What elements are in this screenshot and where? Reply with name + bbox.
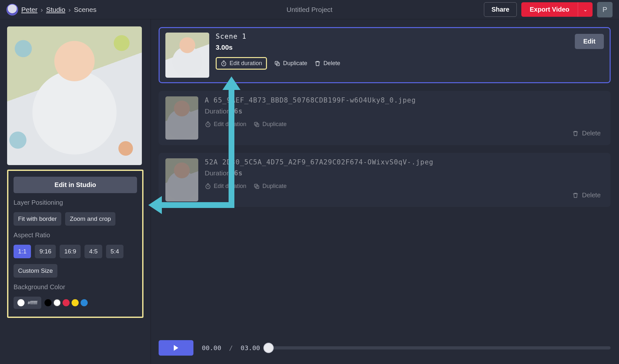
scene-duration: 3.00s [216,44,604,51]
time-total: 03.00 [241,344,260,352]
fit-with-border-button[interactable]: Fit with border [14,212,61,226]
playback-bar: 00.00 / 03.00 [151,340,619,364]
color-hex-value: #ffffff [28,300,37,305]
duplicate-icon [253,183,260,190]
annotation-arrow-vertical [229,89,234,208]
color-input[interactable]: #ffffff [14,297,41,309]
scene-title: Scene 1 [216,33,604,40]
aspect-ratio-options: 1:1 9:16 16:9 4:5 5:4 [14,245,137,258]
top-bar: Peter › Studio › Scenes Untitled Project… [0,0,619,19]
aspect-5-4-button[interactable]: 5:4 [106,245,123,258]
export-video-button[interactable]: Export Video [521,2,578,17]
layer-positioning-options: Fit with border Zoom and crop [14,212,137,226]
aspect-9-16-button[interactable]: 9:16 [35,245,56,258]
swatch-yellow[interactable] [72,299,79,306]
delete-button[interactable]: Delete [572,192,601,199]
share-button[interactable]: Share [484,2,517,17]
edit-scene-button[interactable]: Edit [575,34,604,49]
delete-label: Delete [582,192,601,199]
edit-duration-button[interactable]: Edit duration [205,183,246,190]
duplicate-icon [274,60,280,67]
trash-icon [572,192,579,199]
play-icon [174,345,178,351]
scene-thumbnail[interactable] [165,96,198,140]
breadcrumb-current: Scenes [74,6,96,13]
timeline-track[interactable] [269,346,611,349]
scene-actions: Edit duration Duplicate [205,121,604,128]
timeline-handle[interactable] [263,343,274,353]
duplicate-label: Duplicate [262,121,287,128]
duplicate-button[interactable]: Duplicate [253,183,287,190]
time-separator: / [229,344,233,352]
scene-preview[interactable] [7,26,142,165]
edit-duration-label: Edit duration [230,60,262,67]
scene-duration: Duration: 6s [205,169,604,177]
scene-title: 52A 2D30_5C5A_4D75_A2F9_67A29C02F674-OWi… [205,158,604,166]
timer-icon [205,183,211,190]
top-bar-right: Share Export Video ⌄ P [484,2,613,17]
current-color-swatch [17,299,25,306]
color-swatches [44,299,88,306]
aspect-1-1-button[interactable]: 1:1 [14,245,31,258]
swatch-white[interactable] [54,299,61,306]
app-logo[interactable] [6,4,18,15]
scene-card-1[interactable]: Scene 1 3.00s Edit duration Duplicate De… [159,27,611,83]
preview-background [7,26,142,165]
project-title[interactable]: Untitled Project [287,6,332,14]
layer-positioning-label: Layer Positioning [14,199,137,206]
delete-button[interactable]: Delete [314,60,340,67]
scenes-panel: Scene 1 3.00s Edit duration Duplicate De… [151,19,619,364]
scene-thumbnail[interactable] [165,33,209,78]
scene-thumbnail[interactable] [165,158,198,202]
chevron-right-icon: › [68,6,71,13]
aspect-16-9-button[interactable]: 16:9 [60,245,81,258]
edit-controls-highlight-box: Edit in Studio Layer Positioning Fit wit… [7,170,143,318]
zoom-and-crop-button[interactable]: Zoom and crop [65,212,115,226]
swatch-red[interactable] [63,299,70,306]
duplicate-label: Duplicate [283,60,307,67]
play-button[interactable] [159,340,193,356]
delete-button[interactable]: Delete [572,130,601,137]
chevron-right-icon: › [41,6,43,13]
duplicate-button[interactable]: Duplicate [253,121,287,128]
breadcrumb-user[interactable]: Peter [21,6,37,13]
duplicate-icon [253,121,260,128]
left-panel: Edit in Studio Layer Positioning Fit wit… [0,19,151,364]
timer-icon [221,60,227,67]
aspect-ratio-label: Aspect Ratio [14,231,137,239]
breadcrumb: Peter › Studio › Scenes [21,6,96,14]
scene-card-3[interactable]: 52A 2D30_5C5A_4D75_A2F9_67A29C02F674-OWi… [159,153,611,207]
background-color-row: #ffffff [14,297,137,309]
edit-in-studio-button[interactable]: Edit in Studio [14,177,137,193]
scene-actions: Edit duration Duplicate [205,183,604,190]
export-dropdown-button[interactable]: ⌄ [578,2,593,17]
scene-duration: Duration: 6s [205,107,604,115]
delete-label: Delete [323,60,340,67]
trash-icon [314,60,321,67]
playback-time: 00.00 / 03.00 [202,344,260,352]
aspect-4-5-button[interactable]: 4:5 [84,245,102,258]
trash-icon [572,130,579,137]
scene-actions: Edit duration Duplicate Delete [216,57,604,70]
swatch-black[interactable] [44,299,52,306]
scene-info: Scene 1 3.00s Edit duration Duplicate De… [216,33,604,70]
top-bar-left: Peter › Studio › Scenes [6,4,484,15]
export-button-group: Export Video ⌄ [521,2,593,17]
scene-card-2[interactable]: A 65_9AEF_4B73_BBD8_50768CDB199F-w6O4Uky… [159,91,611,145]
background-color-label: Background Color [14,283,137,291]
scene-info: 52A 2D30_5C5A_4D75_A2F9_67A29C02F674-OWi… [205,158,604,190]
edit-duration-button[interactable]: Edit duration [216,57,267,70]
breadcrumb-studio[interactable]: Studio [46,6,65,13]
annotation-arrow-horizontal [161,202,234,208]
duplicate-label: Duplicate [262,183,287,190]
delete-label: Delete [582,130,601,137]
custom-size-button[interactable]: Custom Size [14,264,57,278]
chevron-down-icon: ⌄ [583,7,587,12]
scene-info: A 65_9AEF_4B73_BBD8_50768CDB199F-w6O4Uky… [205,96,604,128]
user-avatar[interactable]: P [597,2,613,17]
duplicate-button[interactable]: Duplicate [274,60,307,67]
edit-duration-button[interactable]: Edit duration [205,121,246,128]
scene-title: A 65_9AEF_4B73_BBD8_50768CDB199F-w6O4Uky… [205,96,604,104]
swatch-blue[interactable] [81,299,88,306]
main-area: Edit in Studio Layer Positioning Fit wit… [0,19,619,364]
